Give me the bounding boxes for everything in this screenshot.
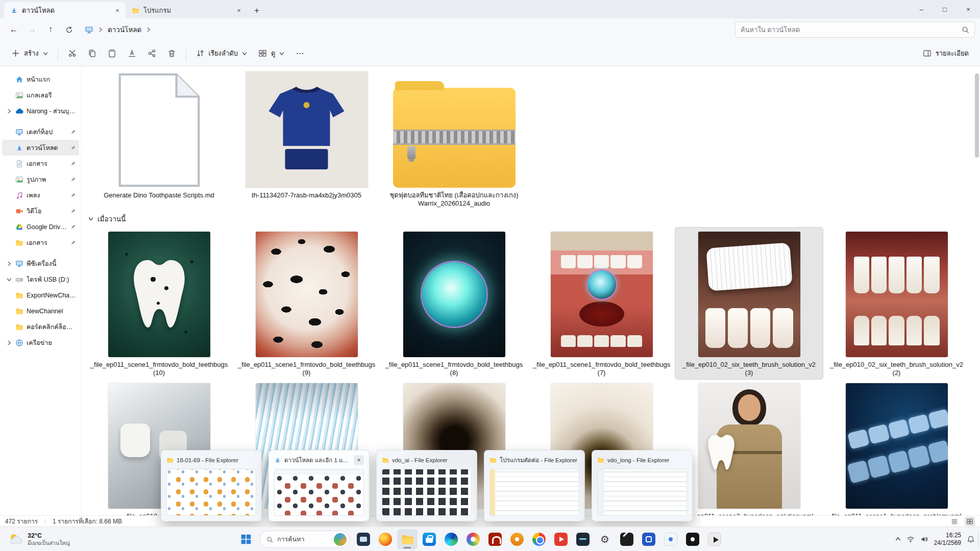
sidebar-item-downloads[interactable]: ดาวน์โหลด <box>2 140 79 156</box>
taskbar-store-icon[interactable] <box>419 529 439 549</box>
search-icon[interactable] <box>962 26 969 34</box>
taskbar-code-editor-icon[interactable] <box>573 529 593 549</box>
sidebar-item-music[interactable]: เพลง <box>2 187 79 203</box>
file-item-md-script[interactable]: Generate Dino Toothpaste Scripts.md <box>85 66 233 210</box>
notification-bell-icon[interactable] <box>967 535 975 543</box>
taskbar-media-red-icon[interactable] <box>551 529 571 549</box>
taskbar-notes-app-icon[interactable] <box>660 529 681 549</box>
taskbar-blue-a-app-icon[interactable] <box>639 529 659 549</box>
taskbar-edge-icon[interactable] <box>441 529 461 549</box>
speaker-icon[interactable] <box>920 535 928 543</box>
up-button[interactable]: ↑ <box>42 21 59 38</box>
vertical-scrollbar[interactable] <box>975 69 979 513</box>
delete-button[interactable] <box>162 44 181 63</box>
scrollbar-thumb[interactable] <box>975 73 979 158</box>
sort-button[interactable]: เรียงลำดับ <box>191 44 252 63</box>
taskbar-dark-app-icon[interactable] <box>682 529 703 549</box>
maximize-button[interactable]: □ <box>933 0 957 18</box>
paste-button[interactable] <box>103 44 121 63</box>
preview-thumbnail[interactable] <box>274 469 364 516</box>
taskbar-pen-tool-icon[interactable] <box>617 529 637 549</box>
breadcrumb[interactable]: ดาวน์โหลด <box>85 24 734 35</box>
file-item-teethbugs-9[interactable]: _file_ep011_scene1_frmtovdo_bold_teethbu… <box>233 228 380 380</box>
file-item-teethbugs-8[interactable]: _file_ep011_scene1_frmtovdo_bold_teethbu… <box>380 228 528 380</box>
sidebar-item-pictures[interactable]: รูปภาพ <box>2 171 79 187</box>
taskbar-acrobat-icon[interactable] <box>485 529 505 549</box>
details-pane-button[interactable]: รายละเอียด <box>918 44 974 63</box>
preview-window-editor[interactable]: โปรแกรมตัดต่อ - File Explorer <box>484 450 585 521</box>
file-item-brush-solution-2[interactable]: _file_ep010_02_six_teeth_brush_solution_… <box>823 228 970 380</box>
weather-widget[interactable]: 32°C มีเมฆเป็นส่วนใหญ่ <box>4 527 74 551</box>
preview-window-vdo-long[interactable]: vdo_long - File Explorer <box>592 450 693 521</box>
wifi-icon[interactable] <box>906 535 915 543</box>
taskbar-file-explorer-icon[interactable] <box>397 529 418 549</box>
forward-button[interactable]: → <box>23 21 41 38</box>
preview-close-button[interactable]: × <box>354 455 364 465</box>
more-options-button[interactable]: ⋯ <box>290 44 309 63</box>
tab-programs[interactable]: โปรแกรม × <box>126 2 247 18</box>
close-button[interactable]: × <box>957 0 980 18</box>
taskbar-media-player-icon[interactable] <box>704 529 725 549</box>
sidebar-item-newchannel[interactable]: NewChannel <box>2 303 79 319</box>
preview-thumbnail[interactable] <box>382 469 472 516</box>
sidebar-item-this-pc[interactable]: พีซีเครื่องนี้ <box>2 256 79 271</box>
file-item-teethbugs-10[interactable]: _file_ep011_scene1_frmtovdo_bold_teethbu… <box>85 228 233 380</box>
preview-window-18-01-69[interactable]: 18-01-69 - File Explorer <box>161 450 262 521</box>
sidebar-item-desktop[interactable]: เดสก์ท็อป <box>2 124 79 140</box>
preview-thumbnail[interactable] <box>489 469 579 516</box>
taskbar-photos-icon[interactable] <box>463 529 483 549</box>
cut-button[interactable] <box>63 44 82 63</box>
thumbnail-view-toggle[interactable] <box>965 517 975 526</box>
file-item-brush-solution-3-selected[interactable]: _file_ep010_02_six_teeth_brush_solution_… <box>675 228 823 380</box>
taskbar-chrome-icon[interactable] <box>529 529 549 549</box>
view-button[interactable]: ดู <box>253 44 289 63</box>
preview-window-vdo-ai[interactable]: vdo_ai - File Explorer <box>376 450 477 521</box>
rename-icon <box>128 49 136 58</box>
tab-downloads[interactable]: ดาวน์โหลด × <box>4 2 126 18</box>
sidebar-item-network[interactable]: เครือข่าย <box>2 335 79 350</box>
rename-button[interactable] <box>122 44 141 63</box>
search-highlight-image[interactable] <box>334 533 347 546</box>
back-button[interactable]: ← <box>5 21 22 38</box>
window-controls: – □ × <box>910 0 980 18</box>
preview-window-downloads[interactable]: ดาวน์โหลด และอีก 1 แ... × <box>268 450 370 521</box>
sidebar-item-gallery[interactable]: แกลเลอรี <box>2 87 79 103</box>
sidebar-item-folder-2026[interactable]: คอร์ดคลิกค์ล็อก2026 <box>2 319 79 335</box>
sidebar-item-videos[interactable]: วิดีโอ <box>2 203 79 219</box>
sidebar-item-usb-drive[interactable]: ไดรฟ์ USB (D:) <box>2 271 79 287</box>
taskbar-screen-recorder-icon[interactable] <box>353 529 374 549</box>
file-item-jersey-photo[interactable]: th-11134207-7rasb-ma4xb2jy3m0305 <box>233 66 380 210</box>
list-view-toggle[interactable] <box>949 517 960 526</box>
taskbar-firefox-icon[interactable] <box>375 529 396 549</box>
preview-thumbnail[interactable] <box>166 469 256 516</box>
file-item-teethbugs-7[interactable]: _file_ep011_scene1_frmtovdo_bold_teethbu… <box>528 228 675 380</box>
sidebar-item-google-drive[interactable]: Google Drive (G:) <box>2 219 79 235</box>
file-item-zip-archive[interactable]: ชุดฟุตบอลทีมชาติไทย (เสื้อคอปกและกางเกง)… <box>380 66 528 210</box>
copy-button[interactable] <box>83 44 102 63</box>
taskbar-clock[interactable]: 16:25 24/1/2569 <box>934 532 961 547</box>
taskbar-search[interactable]: การค้นหา <box>260 531 350 548</box>
new-tab-button[interactable]: + <box>249 3 264 18</box>
breadcrumb-folder[interactable]: ดาวน์โหลด <box>108 24 141 35</box>
file-item-presenter[interactable]: _file_ep011_scene2_hyperloop_solutionyam… <box>675 379 823 515</box>
hidden-icons-chevron[interactable] <box>895 536 901 542</box>
tab-close-icon[interactable]: × <box>112 5 122 15</box>
show-desktop-button[interactable] <box>978 531 980 547</box>
sidebar-item-onedrive[interactable]: Narong - ส่วนบุคคล <box>2 103 79 119</box>
taskbar-settings-icon[interactable]: ⚙ <box>595 529 615 549</box>
sidebar-item-home[interactable]: หน้าแรก <box>2 71 79 87</box>
share-button[interactable] <box>142 44 161 63</box>
preview-thumbnail[interactable] <box>597 469 687 516</box>
file-item-xray[interactable]: _file_ep011_scene1_hyperloop_problemyaml… <box>823 379 970 515</box>
taskbar-orange-app-icon[interactable] <box>507 529 527 549</box>
start-button[interactable] <box>236 529 256 549</box>
minimize-button[interactable]: – <box>910 0 933 18</box>
section-header-yesterday[interactable]: เมื่อวานนี้ <box>85 210 974 228</box>
sidebar-item-documents-folder[interactable]: เอกสาร <box>2 235 79 251</box>
new-button[interactable]: สร้าง <box>6 44 53 63</box>
sidebar-item-documents[interactable]: เอกสาร <box>2 156 79 171</box>
tab-close-icon[interactable]: × <box>234 5 244 15</box>
search-input[interactable] <box>741 26 958 34</box>
refresh-button[interactable] <box>60 21 78 38</box>
sidebar-item-exportnewchanel[interactable]: ExportNewChanel <box>2 287 79 303</box>
